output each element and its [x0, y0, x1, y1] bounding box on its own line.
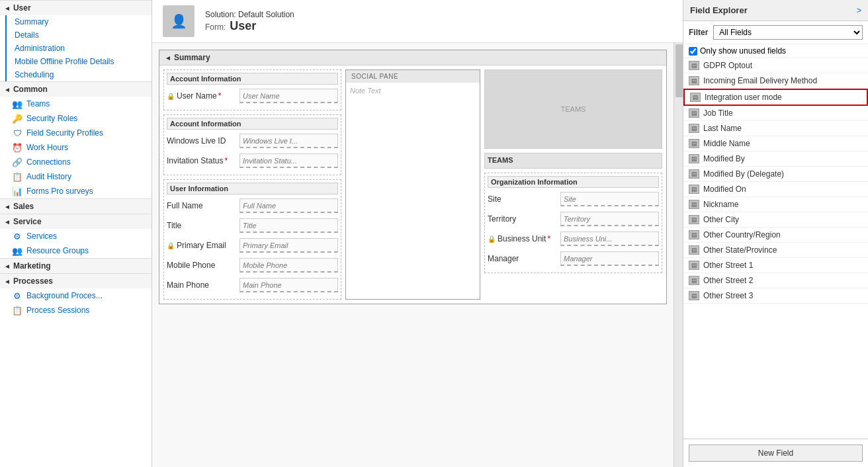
sidebar: ◄ User Summary Details Administration Mo…	[0, 0, 152, 467]
col2: SOCIAL PANE Note Text	[345, 69, 480, 300]
field-item-other-state[interactable]: ▤ Other State/Province	[683, 243, 868, 258]
services-icon: ⚙	[12, 231, 22, 241]
field-item-other-street-1[interactable]: ▤ Other Street 1	[683, 258, 868, 273]
field-label-other-street-2: Other Street 2	[703, 276, 753, 285]
sidebar-section-processes[interactable]: ◄ Processes	[0, 273, 152, 288]
sidebar-item-field-security[interactable]: 🛡 Field Security Profiles	[0, 126, 152, 140]
sidebar-section-sales[interactable]: ◄ Sales	[0, 198, 152, 214]
field-label-job-title: Job Title	[703, 108, 733, 118]
field-item-integration-user[interactable]: ▤ Integration user mode	[683, 89, 868, 106]
field-item-other-country[interactable]: ▤ Other Country/Region	[683, 228, 868, 243]
user-name-input[interactable]	[239, 89, 338, 103]
only-unused-checkbox[interactable]	[689, 47, 697, 56]
business-unit-row: 🔒 Business Unit *	[488, 230, 659, 247]
field-icon-middle-name: ▤	[689, 139, 699, 148]
sidebar-item-process-sessions[interactable]: 📋 Process Sessions	[0, 303, 152, 318]
scroll-thumb[interactable]	[675, 44, 683, 97]
sidebar-item-security-roles[interactable]: 🔑 Security Roles	[0, 111, 152, 126]
sidebar-item-resource-groups[interactable]: 👥 Resource Groups	[0, 243, 152, 258]
field-label-integration-user: Integration user mode	[705, 93, 782, 102]
field-icon-nickname: ▤	[689, 200, 699, 209]
field-icon-other-street-1: ▤	[689, 261, 699, 270]
field-label-incoming-email: Incoming Email Delivery Method	[703, 76, 817, 85]
field-item-last-name[interactable]: ▤ Last Name	[683, 121, 868, 136]
main-phone-row: Main Phone	[167, 276, 338, 294]
sidebar-item-mobile-offline[interactable]: Mobile Offline Profile Details	[5, 55, 152, 68]
field-label-other-street-3: Other Street 3	[703, 291, 753, 300]
teams-top-label: TEAMS	[561, 105, 586, 113]
only-unused-label: Only show unused fields	[700, 46, 786, 56]
sidebar-item-audit-history[interactable]: 📋 Audit History	[0, 169, 152, 184]
field-icon-incoming-email: ▤	[689, 76, 699, 85]
background-processes-icon: ⚙	[12, 290, 22, 301]
territory-label: Territory	[488, 214, 560, 224]
field-explorer: Field Explorer > Filter All Fields Custo…	[683, 0, 868, 467]
field-item-other-street-3[interactable]: ▤ Other Street 3	[683, 288, 868, 304]
main-phone-label: Main Phone	[167, 280, 239, 290]
note-text[interactable]: Note Text	[346, 83, 480, 299]
windows-live-id-input[interactable]	[239, 134, 338, 148]
field-label-modified-on: Modified On	[703, 185, 746, 194]
social-pane-header: SOCIAL PANE	[346, 70, 480, 83]
summary-arrow-icon: ◄	[165, 54, 171, 62]
common-arrow-icon: ◄	[4, 86, 11, 93]
summary-section-header: ◄ Summary	[159, 50, 666, 65]
sidebar-section-common[interactable]: ◄ Common	[0, 81, 152, 97]
full-name-label: Full Name	[167, 201, 239, 210]
sidebar-item-work-hours[interactable]: ⏰ Work Hours	[0, 140, 152, 155]
field-item-modified-by-delegate[interactable]: ▤ Modified By (Delegate)	[683, 167, 868, 182]
main-content: 👤 Solution: Default Solution Form: User …	[152, 0, 683, 467]
mobile-phone-input[interactable]	[239, 258, 338, 273]
security-roles-icon: 🔑	[12, 113, 22, 124]
field-item-other-street-2[interactable]: ▤ Other Street 2	[683, 273, 868, 288]
work-hours-icon: ⏰	[12, 142, 22, 153]
field-explorer-expand-button[interactable]: >	[857, 6, 861, 15]
manager-label: Manager	[488, 254, 560, 263]
invitation-status-input[interactable]	[239, 153, 338, 168]
new-field-button[interactable]: New Field	[689, 445, 863, 462]
field-item-middle-name[interactable]: ▤ Middle Name	[683, 136, 868, 151]
full-name-input[interactable]	[239, 198, 338, 213]
sidebar-section-marketing[interactable]: ◄ Marketing	[0, 258, 152, 273]
sidebar-section-user[interactable]: ◄ User	[0, 0, 152, 15]
field-label-other-country: Other Country/Region	[703, 230, 781, 239]
primary-email-label: 🔒 Primary Email	[167, 241, 239, 250]
sales-arrow-icon: ◄	[4, 203, 11, 210]
account-info-section-1: Account Information 🔒 User Name *	[163, 69, 341, 110]
filter-row: Filter All Fields Custom Fields System F…	[683, 21, 868, 44]
sidebar-item-scheduling[interactable]: Scheduling	[5, 68, 152, 81]
bu-lock-icon: 🔒	[488, 235, 496, 243]
sidebar-item-services[interactable]: ⚙ Services	[0, 229, 152, 243]
sidebar-item-teams[interactable]: 👥 Teams	[0, 97, 152, 111]
sidebar-item-background-processes[interactable]: ⚙ Background Proces...	[0, 288, 152, 303]
sidebar-item-summary[interactable]: Summary	[5, 15, 152, 28]
field-item-gdpr[interactable]: ▤ GDPR Optout	[683, 58, 868, 73]
title-input[interactable]	[239, 218, 338, 233]
site-input[interactable]	[560, 192, 659, 206]
primary-email-row: 🔒 Primary Email	[167, 237, 338, 254]
field-item-modified-on[interactable]: ▤ Modified On	[683, 182, 868, 197]
sidebar-item-administration[interactable]: Administration	[5, 42, 152, 55]
marketing-arrow-icon: ◄	[4, 263, 11, 270]
main-scrollbar[interactable]	[673, 43, 683, 467]
sidebar-section-service[interactable]: ◄ Service	[0, 214, 152, 229]
field-item-incoming-email[interactable]: ▤ Incoming Email Delivery Method	[683, 73, 868, 89]
sidebar-item-forms-pro[interactable]: 📊 Forms Pro surveys	[0, 184, 152, 198]
territory-input[interactable]	[560, 212, 659, 226]
business-unit-input[interactable]	[560, 232, 659, 246]
sidebar-item-details[interactable]: Details	[5, 28, 152, 42]
field-item-modified-by[interactable]: ▤ Modified By	[683, 151, 868, 167]
field-item-other-city[interactable]: ▤ Other City	[683, 212, 868, 228]
manager-input[interactable]	[560, 251, 659, 266]
field-icon-other-state: ▤	[689, 245, 699, 255]
filter-select[interactable]: All Fields Custom Fields System Fields	[713, 25, 863, 40]
sidebar-item-connections[interactable]: 🔗 Connections	[0, 155, 152, 169]
org-info-section: Organization Information Site Territory	[484, 173, 662, 273]
main-phone-input[interactable]	[239, 278, 338, 292]
primary-email-input[interactable]	[239, 238, 338, 253]
field-security-icon: 🛡	[12, 128, 22, 138]
field-item-job-title[interactable]: ▤ Job Title	[683, 106, 868, 121]
field-item-nickname[interactable]: ▤ Nickname	[683, 197, 868, 212]
field-icon-integration-user: ▤	[690, 93, 701, 102]
invitation-status-row: Invitation Status *	[167, 152, 338, 169]
